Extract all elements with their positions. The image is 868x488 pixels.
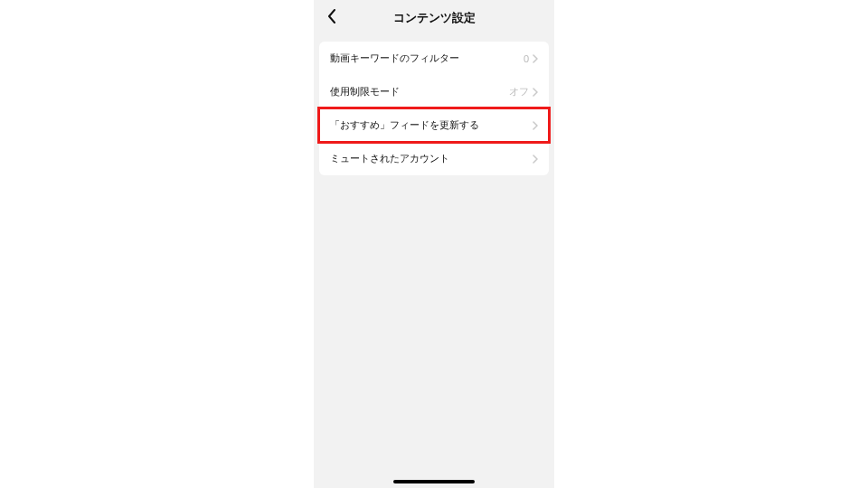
phone-screen: コンテンツ設定 動画キーワードのフィルター 0 使用制限モード オフ 「おすすめ…	[314, 0, 554, 488]
row-right: オフ	[509, 85, 538, 99]
row-value: 0	[524, 53, 529, 64]
row-label: 「おすすめ」フィードを更新する	[330, 118, 479, 132]
back-button[interactable]	[323, 9, 341, 27]
row-label: ミュートされたアカウント	[330, 152, 449, 165]
chevron-right-icon	[533, 121, 538, 130]
row-value: オフ	[509, 85, 529, 99]
header-bar: コンテンツ設定	[314, 0, 554, 36]
settings-list: 動画キーワードのフィルター 0 使用制限モード オフ 「おすすめ」フィードを更新…	[319, 42, 549, 175]
row-label: 使用制限モード	[330, 85, 400, 99]
row-muted-accounts[interactable]: ミュートされたアカウント	[319, 142, 549, 175]
row-right: 0	[524, 53, 538, 64]
chevron-right-icon	[533, 88, 538, 97]
row-right	[529, 155, 538, 164]
page-title: コンテンツ設定	[393, 10, 476, 26]
row-video-keyword-filter[interactable]: 動画キーワードのフィルター 0	[319, 42, 549, 75]
home-indicator[interactable]	[393, 480, 475, 483]
row-refresh-recommended-feed[interactable]: 「おすすめ」フィードを更新する	[319, 108, 549, 142]
chevron-right-icon	[533, 54, 538, 63]
row-restricted-mode[interactable]: 使用制限モード オフ	[319, 75, 549, 108]
row-right	[529, 121, 538, 130]
row-label: 動画キーワードのフィルター	[330, 52, 459, 65]
chevron-left-icon	[327, 9, 336, 27]
chevron-right-icon	[533, 155, 538, 164]
